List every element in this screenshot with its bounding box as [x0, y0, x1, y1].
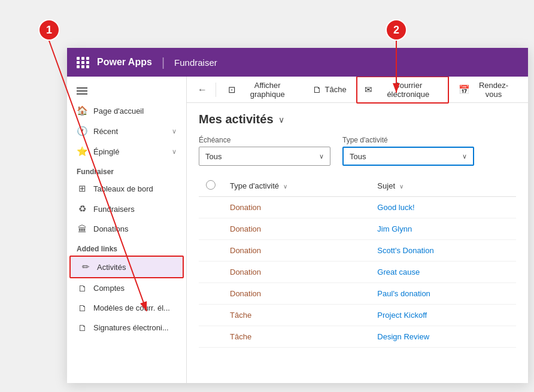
afficher-graphique-button[interactable]: ⊡ Afficher graphique — [221, 77, 303, 102]
row-subject[interactable]: Scott's Donation — [370, 240, 516, 262]
row-type: Donation — [223, 262, 370, 283]
page-title-row: Mes activités ∨ — [199, 113, 516, 126]
sidebar-recent-label: Récent — [93, 127, 166, 136]
rendezvous-icon: 📅 — [459, 84, 470, 95]
sidebar-pinned-label: Épinglé — [93, 147, 166, 156]
row-select — [199, 283, 223, 305]
echeance-value: Tous — [205, 152, 222, 161]
sidebar-fundraisers-label: Fundraisers — [93, 205, 177, 214]
home-icon: 🏠 — [77, 105, 87, 116]
table-row: TâcheDesign Review — [199, 326, 516, 348]
pinned-chevron: ∨ — [172, 148, 177, 156]
sidebar-comptes-label: Comptes — [93, 284, 177, 293]
table-header: Type d'activité ∨ Sujet ∨ — [199, 175, 516, 197]
callout-1: 1 — [38, 19, 60, 41]
tache-label: Tâche — [325, 85, 347, 94]
courrier-label: Courrier électronique — [376, 81, 441, 99]
table-row: DonationGreat cause — [199, 262, 516, 283]
row-subject[interactable]: Design Review — [370, 326, 516, 348]
activity-table: Type d'activité ∨ Sujet ∨ D — [199, 175, 516, 348]
sidebar-tableaux-label: Tableaux de bord — [93, 184, 177, 193]
callout-2: 2 — [386, 19, 407, 41]
row-select — [199, 218, 223, 240]
toolbar-separator — [216, 83, 216, 97]
header-type[interactable]: Type d'activité ∨ — [223, 175, 370, 197]
sidebar-modeles-label: Modèles de courr. él... — [93, 303, 177, 312]
row-subject[interactable]: Jim Glynn — [370, 218, 516, 240]
fundraisers-icon: ♻ — [77, 203, 87, 214]
row-subject[interactable]: Good luck! — [370, 197, 516, 218]
recent-chevron: ∨ — [172, 127, 177, 135]
row-type: Tâche — [223, 305, 370, 326]
header-subject[interactable]: Sujet ∨ — [370, 175, 516, 197]
row-type: Donation — [223, 283, 370, 305]
back-button[interactable]: ← — [194, 81, 211, 99]
sidebar-item-modeles[interactable]: 🗋 Modèles de courr. él... — [67, 298, 186, 318]
row-select — [199, 305, 223, 326]
sidebar-item-activites[interactable]: ✏ Activités — [69, 256, 184, 278]
table-row: DonationScott's Donation — [199, 240, 516, 262]
sidebar-item-fundraisers[interactable]: ♻ Fundraisers — [67, 199, 186, 219]
echeance-label: Échéance — [199, 136, 330, 144]
row-type: Donation — [223, 240, 370, 262]
row-select — [199, 197, 223, 218]
topbar-separator: | — [162, 56, 165, 69]
type-arrow: ∨ — [462, 153, 467, 160]
sidebar-item-donations[interactable]: 🏛 Donations — [67, 219, 186, 239]
rendezvous-button[interactable]: 📅 Rendez-vous — [451, 77, 521, 102]
row-subject[interactable]: Paul's donation — [370, 283, 516, 305]
clock-icon: 🕐 — [77, 126, 87, 136]
page-title-chevron[interactable]: ∨ — [278, 115, 284, 124]
echeance-arrow: ∨ — [319, 153, 324, 160]
type-select[interactable]: Tous ∨ — [342, 147, 474, 166]
donations-icon: 🏛 — [77, 224, 87, 234]
sidebar-item-home[interactable]: 🏠 Page d'accueil — [67, 101, 186, 121]
courrier-button[interactable]: ✉ Courrier électronique — [356, 77, 449, 104]
sidebar-item-tableaux[interactable]: ⊞ Tableaux de bord — [67, 178, 186, 199]
sidebar-item-signatures[interactable]: 🗋 Signatures électroni... — [67, 318, 186, 338]
header-subject-label: Sujet — [377, 181, 395, 190]
header-type-label: Type d'activité — [230, 181, 279, 190]
app-name: Power Apps — [97, 57, 152, 68]
top-bar: Power Apps | Fundraiser — [67, 48, 528, 77]
echeance-select[interactable]: Tous ∨ — [199, 147, 330, 166]
table-row: DonationPaul's donation — [199, 283, 516, 305]
sidebar-item-pinned[interactable]: ⭐ Épinglé ∨ — [67, 141, 186, 162]
activites-icon: ✏ — [80, 262, 91, 272]
row-select — [199, 262, 223, 283]
sidebar-home-label: Page d'accueil — [93, 107, 177, 116]
filter-type: Type d'activité Tous ∨ — [342, 136, 474, 166]
app-container: Power Apps | Fundraiser 🏠 Page d'accueil — [67, 48, 528, 383]
type-sort-icon: ∨ — [283, 183, 287, 190]
sidebar-item-comptes[interactable]: 🗋 Comptes — [67, 278, 186, 298]
subject-sort-icon: ∨ — [399, 183, 403, 190]
sidebar-activites-label: Activités — [97, 263, 173, 272]
page-title: Mes activités — [199, 113, 274, 126]
sidebar-signatures-label: Signatures électroni... — [93, 323, 177, 332]
tache-button[interactable]: 🗋 Tâche — [305, 81, 354, 98]
row-select — [199, 240, 223, 262]
table-row: DonationGood luck! — [199, 197, 516, 218]
afficher-label: Afficher graphique — [239, 81, 296, 99]
tache-icon: 🗋 — [312, 84, 321, 95]
type-label: Type d'activité — [342, 136, 474, 144]
page-body: Mes activités ∨ Échéance Tous ∨ — [187, 103, 528, 383]
hamburger-button[interactable] — [67, 81, 186, 101]
sidebar-donations-label: Donations — [93, 224, 177, 233]
row-type: Donation — [223, 218, 370, 240]
courrier-icon: ✉ — [365, 84, 372, 95]
waffle-icon[interactable] — [77, 57, 90, 68]
row-subject[interactable]: Project Kickoff — [370, 305, 516, 326]
row-subject[interactable]: Great cause — [370, 262, 516, 283]
modeles-icon: 🗋 — [77, 303, 87, 313]
added-section-header: Added links — [67, 239, 186, 256]
sidebar-item-recent[interactable]: 🕐 Récent ∨ — [67, 121, 186, 141]
toolbar: ← ⊡ Afficher graphique 🗋 Tâche ✉ Courrie… — [187, 77, 528, 103]
header-select — [199, 175, 223, 197]
sidebar: 🏠 Page d'accueil 🕐 Récent ∨ ⭐ Épinglé ∨ … — [67, 77, 187, 383]
rendezvous-label: Rendez-vous — [474, 81, 514, 99]
afficher-icon: ⊡ — [228, 84, 236, 95]
table-row: DonationJim Glynn — [199, 218, 516, 240]
select-all-circle[interactable] — [206, 180, 216, 190]
row-type: Donation — [223, 197, 370, 218]
